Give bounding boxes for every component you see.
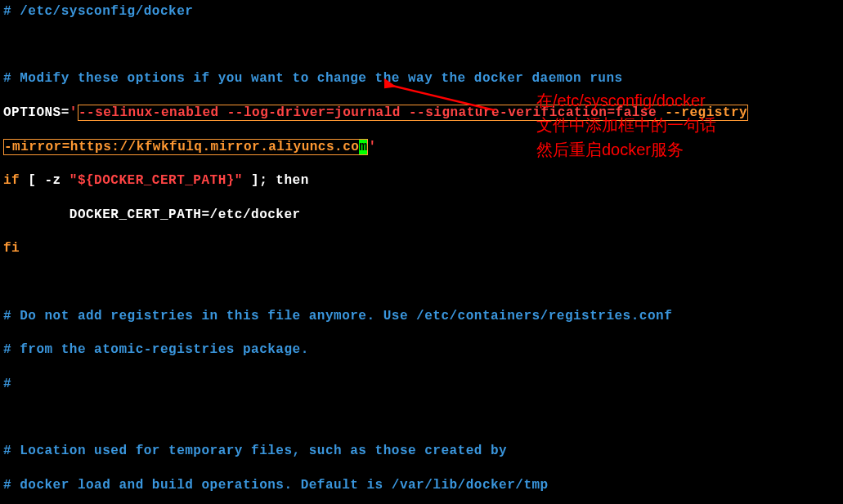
config-line (3, 38, 840, 54)
config-line: # Modify these options if you want to ch… (3, 70, 840, 87)
config-line: # /etc/sysconfig/docker (3, 3, 840, 20)
config-line: # Location used for temporary files, suc… (3, 443, 840, 460)
quote-start: ' (70, 105, 78, 120)
boxed-mirror-url: -mirror=https://kfwkfulq.mirror.aliyuncs… (3, 139, 368, 155)
config-line: DOCKER_CERT_PATH=/etc/docker (3, 207, 840, 224)
config-line: -mirror=https://kfwkfulq.mirror.aliyuncs… (3, 139, 840, 156)
config-line: # from the atomic-registries package. (3, 341, 840, 359)
quote-end: ' (368, 140, 376, 154)
config-line: if [ -z "${DOCKER_CERT_PATH}" ]; then (3, 172, 840, 190)
cursor: m (359, 140, 367, 154)
config-line: # docker load and build operations. Defa… (3, 477, 840, 494)
boxed-registry: --registry (665, 105, 748, 121)
config-line: OPTIONS='--selinux-enabled --log-driver=… (3, 105, 840, 122)
cert-path-var: "${DOCKER_CERT_PATH}" (70, 173, 243, 188)
config-line: # Do not add registries in this file any… (3, 308, 840, 325)
config-line (3, 410, 840, 426)
fi-keyword: fi (3, 240, 840, 257)
boxed-option-1: --selinux-enabled --log-driver=journald … (78, 105, 665, 121)
config-line (3, 274, 840, 291)
options-key: OPTIONS= (3, 105, 70, 120)
if-keyword: if (3, 173, 20, 188)
terminal-content[interactable]: # /etc/sysconfig/docker # Modify these o… (3, 3, 840, 504)
config-line: # (3, 376, 840, 393)
